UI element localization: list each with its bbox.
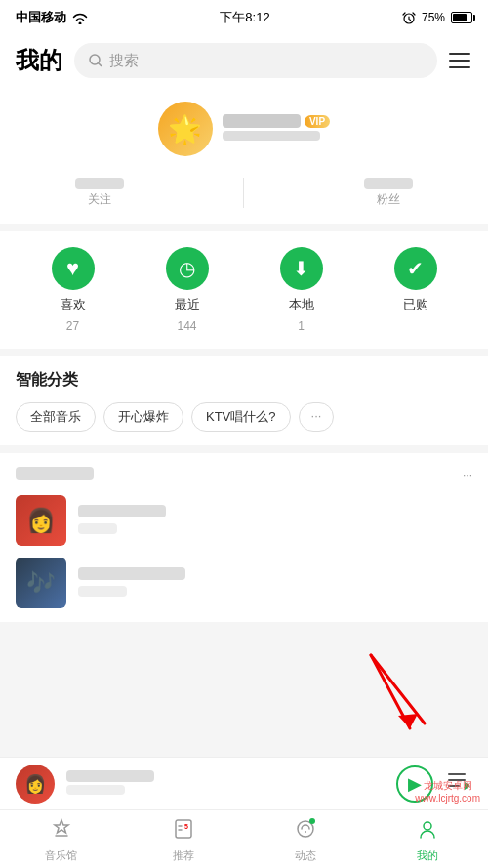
nav-dot-dynamic — [309, 818, 315, 824]
title-redacted — [66, 770, 154, 782]
bottom-nav: 音乐馆 5 推荐 动态 我 — [0, 809, 488, 868]
svg-point-14 — [305, 831, 306, 833]
artist-redacted — [66, 785, 125, 795]
category-tags: 全部音乐 开心爆炸 KTV唱什么? ··· — [16, 402, 472, 432]
stat-follow[interactable]: 关注 — [75, 178, 124, 208]
tag-more[interactable]: ··· — [299, 402, 335, 432]
queue-icon — [447, 770, 472, 792]
playlist-meta-1 — [78, 523, 472, 537]
mine-icon — [417, 818, 438, 846]
local-label: 本地 — [289, 296, 314, 313]
music-hall-icon — [50, 818, 73, 846]
search-bar[interactable]: 搜索 — [74, 43, 437, 78]
recent-label: 最近 — [175, 296, 200, 313]
fans-count-redacted — [364, 178, 413, 189]
list-item[interactable]: 🎶 — [16, 558, 472, 608]
name-redacted — [223, 114, 301, 128]
local-icon: ⬇ — [280, 247, 323, 290]
playlist-info-1 — [78, 505, 472, 537]
action-local[interactable]: ⬇ 本地 1 — [280, 247, 323, 333]
stat-divider-1 — [243, 178, 244, 208]
status-right: 75% — [402, 11, 472, 24]
status-time: 下午8:12 — [220, 9, 269, 26]
list-item[interactable]: 👩 — [16, 495, 472, 546]
now-playing-thumb: 👩 — [16, 765, 55, 804]
playlist-thumb-2: 🎶 — [16, 558, 66, 608]
menu-line-3 — [449, 66, 470, 68]
playlist-name-2-redacted — [78, 567, 185, 580]
like-icon: ♥ — [52, 247, 95, 290]
nav-label-music-hall: 音乐馆 — [45, 848, 77, 863]
action-recent[interactable]: ◷ 最近 144 — [166, 247, 209, 333]
nav-recommend[interactable]: 5 推荐 — [122, 818, 244, 863]
stat-fans[interactable]: 粉丝 — [364, 178, 413, 208]
profile-subtitle — [223, 130, 330, 144]
playlist-thumb-1: 👩 — [16, 495, 66, 546]
playlist-section-title — [16, 467, 94, 483]
action-purchased[interactable]: ✔ 已购 — [394, 247, 437, 333]
nav-mine[interactable]: 我的 — [366, 818, 488, 863]
wifi-icon — [72, 12, 88, 24]
playlist-info-2 — [78, 567, 472, 599]
playlist-header: ··· — [16, 467, 472, 483]
smart-category: 智能分类 全部音乐 开心爆炸 KTV唱什么? ··· — [0, 356, 488, 445]
svg-marker-3 — [398, 714, 418, 728]
smart-category-title: 智能分类 — [16, 370, 472, 391]
status-bar: 中国移动 下午8:12 75% — [0, 0, 488, 35]
nav-dynamic[interactable]: 动态 — [244, 818, 366, 863]
profile-section: 🌟 VIP 关注 粉丝 — [0, 86, 488, 224]
playlist-title-redacted — [16, 467, 94, 480]
purchased-icon: ✔ — [394, 247, 437, 290]
playlist-name-1 — [78, 505, 293, 520]
like-count: 27 — [66, 319, 79, 333]
nav-music-hall[interactable]: 音乐馆 — [0, 818, 122, 863]
playlist-meta-2 — [78, 586, 472, 599]
avatar[interactable]: 🌟 — [158, 102, 213, 156]
nav-label-recommend: 推荐 — [173, 848, 194, 863]
nav-label-mine: 我的 — [417, 848, 438, 863]
recommend-svg: 5 — [173, 818, 194, 840]
svg-rect-9 — [176, 820, 191, 838]
menu-line-1 — [449, 53, 470, 55]
search-icon — [88, 53, 103, 68]
carrier-text: 中国移动 — [16, 9, 66, 26]
mine-svg — [417, 818, 438, 840]
now-playing-info — [66, 770, 385, 797]
recent-icon: ◷ — [166, 247, 209, 290]
tag-all-music[interactable]: 全部音乐 — [16, 402, 96, 432]
recent-count: 144 — [177, 319, 196, 333]
subtitle-redacted — [223, 131, 320, 141]
annotation-arrow — [312, 636, 449, 763]
battery-percent: 75% — [422, 11, 445, 24]
svg-text:5: 5 — [184, 823, 188, 830]
playlist-meta-2-redacted — [78, 586, 127, 597]
status-carrier: 中国移动 — [16, 9, 88, 26]
menu-icon[interactable] — [449, 49, 472, 72]
menu-line-2 — [449, 60, 470, 62]
vip-badge: VIP — [305, 115, 330, 128]
alarm-icon — [402, 11, 416, 24]
playlist-meta-1-redacted — [78, 523, 117, 534]
playlist-more-btn[interactable]: ··· — [463, 469, 472, 482]
recommend-icon: 5 — [173, 818, 194, 846]
nav-label-dynamic: 动态 — [295, 848, 316, 863]
play-button[interactable]: ▶ — [396, 765, 433, 803]
action-like[interactable]: ♥ 喜欢 27 — [52, 247, 95, 333]
now-playing-artist — [66, 785, 385, 797]
follow-label: 关注 — [88, 191, 111, 208]
now-playing-title — [66, 770, 385, 785]
purchased-label: 已购 — [403, 296, 428, 313]
playlist-queue-button[interactable] — [447, 770, 472, 798]
playlist-name-1-redacted — [78, 505, 166, 517]
playlist-items: 👩 🎶 — [16, 495, 472, 608]
now-playing-bar[interactable]: 👩 ▶ — [0, 757, 488, 809]
page-title: 我的 — [16, 45, 62, 76]
quick-actions: ♥ 喜欢 27 ◷ 最近 144 ⬇ 本地 1 ✔ 已购 — [0, 231, 488, 349]
tag-happy[interactable]: 开心爆炸 — [103, 402, 183, 432]
playlist-name-2 — [78, 567, 293, 583]
battery-fill — [453, 14, 467, 21]
header: 我的 搜索 — [0, 35, 488, 86]
follow-count-redacted — [75, 178, 124, 189]
purchased-count — [414, 319, 417, 333]
tag-ktv[interactable]: KTV唱什么? — [191, 402, 291, 432]
